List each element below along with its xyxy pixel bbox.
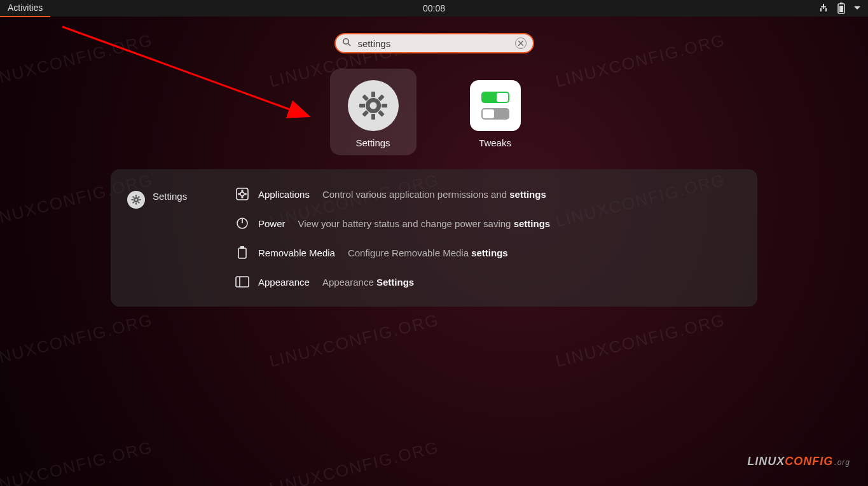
watermark-text: LINUXCONFIG.ORG bbox=[553, 310, 727, 371]
svg-rect-41 bbox=[236, 277, 249, 287]
toggle-off-icon bbox=[481, 108, 509, 120]
svg-rect-24 bbox=[135, 203, 137, 205]
settings-app-icon bbox=[345, 78, 401, 134]
watermark-text: LINUXCONFIG.ORG bbox=[267, 437, 441, 486]
result-item-title: Power bbox=[258, 218, 286, 229]
gear-icon bbox=[355, 88, 391, 123]
svg-rect-28 bbox=[132, 201, 135, 204]
svg-point-8 bbox=[343, 38, 348, 43]
svg-rect-13 bbox=[371, 92, 375, 97]
svg-rect-19 bbox=[362, 94, 369, 101]
annotation-arrow bbox=[56, 22, 323, 136]
result-provider[interactable]: Settings bbox=[127, 187, 235, 289]
svg-point-32 bbox=[240, 192, 244, 196]
result-item-desc: Control various application permissions … bbox=[322, 189, 546, 200]
svg-rect-2 bbox=[825, 8, 827, 11]
svg-rect-34 bbox=[242, 197, 243, 198]
gear-icon bbox=[127, 191, 145, 209]
system-tray[interactable] bbox=[818, 3, 868, 14]
chevron-down-icon bbox=[854, 6, 860, 10]
tweaks-app-icon bbox=[467, 78, 523, 134]
svg-rect-16 bbox=[382, 104, 387, 108]
svg-line-10 bbox=[62, 27, 307, 116]
result-item-title: Applications bbox=[258, 189, 310, 200]
svg-rect-36 bbox=[245, 193, 246, 195]
toggle-on-icon bbox=[481, 92, 509, 103]
settings-result-items: Applications Control various application… bbox=[235, 187, 734, 289]
activities-label: Activities bbox=[8, 3, 43, 13]
svg-rect-17 bbox=[378, 94, 385, 101]
result-item-applications[interactable]: Applications Control various application… bbox=[235, 187, 734, 201]
site-logo-watermark: LINUXCONFIG.org bbox=[747, 455, 850, 468]
svg-rect-4 bbox=[823, 6, 824, 9]
svg-rect-14 bbox=[371, 114, 375, 120]
app-results-row: Settings Tweaks bbox=[330, 69, 539, 155]
clear-search-button[interactable] bbox=[515, 38, 527, 49]
search-field[interactable] bbox=[334, 33, 534, 53]
result-item-title: Removable Media bbox=[258, 247, 335, 258]
battery-icon bbox=[837, 3, 845, 14]
appearance-icon bbox=[235, 275, 249, 289]
svg-rect-1 bbox=[820, 8, 822, 11]
svg-rect-33 bbox=[242, 190, 243, 191]
result-item-appearance[interactable]: Appearance Appearance Settings bbox=[235, 275, 734, 289]
result-item-desc: Configure Removable Media settings bbox=[348, 247, 508, 258]
svg-rect-40 bbox=[240, 246, 244, 249]
watermark-text: LINUXCONFIG.ORG bbox=[553, 30, 727, 91]
clock[interactable]: 00:08 bbox=[423, 3, 445, 13]
watermark-text: LINUXCONFIG.ORG bbox=[0, 310, 155, 371]
svg-rect-18 bbox=[362, 110, 369, 117]
app-tile-label: Tweaks bbox=[479, 137, 511, 148]
applications-icon bbox=[235, 187, 249, 201]
result-item-removable-media[interactable]: Removable Media Configure Removable Medi… bbox=[235, 246, 734, 260]
svg-rect-29 bbox=[132, 196, 135, 198]
settings-results-panel: Settings Applications Control various ap… bbox=[111, 169, 757, 307]
svg-rect-30 bbox=[137, 201, 140, 204]
app-tile-tweaks[interactable]: Tweaks bbox=[452, 69, 539, 155]
watermark-text: LINUXCONFIG.ORG bbox=[267, 310, 441, 371]
search-icon bbox=[342, 38, 352, 50]
removable-media-icon bbox=[235, 246, 249, 260]
activities-button[interactable]: Activities bbox=[0, 0, 50, 17]
watermark-text: LINUXCONFIG.ORG bbox=[0, 437, 155, 486]
result-item-desc: View your battery status and change powe… bbox=[298, 218, 551, 229]
svg-line-9 bbox=[348, 43, 350, 46]
watermark-text: LINUXCONFIG.ORG bbox=[0, 30, 155, 91]
svg-rect-20 bbox=[378, 110, 385, 117]
app-tile-label: Settings bbox=[355, 137, 390, 148]
svg-point-12 bbox=[369, 102, 376, 109]
result-item-desc: Appearance Settings bbox=[322, 277, 414, 288]
svg-rect-25 bbox=[132, 199, 134, 200]
result-item-title: Appearance bbox=[258, 277, 310, 288]
svg-rect-27 bbox=[137, 196, 140, 198]
svg-rect-39 bbox=[238, 248, 246, 258]
close-icon bbox=[518, 41, 523, 46]
svg-rect-15 bbox=[359, 104, 365, 108]
svg-point-22 bbox=[135, 198, 137, 200]
search-input[interactable] bbox=[357, 38, 510, 50]
power-icon bbox=[235, 216, 249, 230]
provider-label: Settings bbox=[153, 191, 187, 202]
network-icon bbox=[818, 4, 829, 13]
svg-rect-26 bbox=[139, 199, 141, 200]
svg-rect-23 bbox=[135, 195, 137, 197]
top-bar: Activities 00:08 bbox=[0, 0, 868, 17]
svg-rect-7 bbox=[839, 6, 843, 12]
svg-rect-35 bbox=[238, 193, 240, 195]
app-tile-settings[interactable]: Settings bbox=[330, 69, 417, 155]
result-item-power[interactable]: Power View your battery status and chang… bbox=[235, 216, 734, 230]
